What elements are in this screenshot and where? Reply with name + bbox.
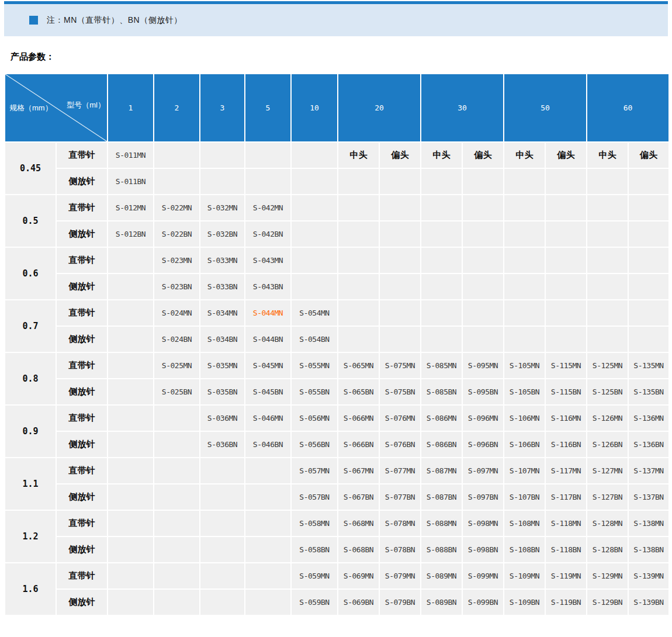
table-row-1.1-bn: 侧放针S-057BNS-067BNS-077BNS-087BNS-097BNS-…	[5, 484, 669, 510]
model-cell: S-054BN	[291, 326, 338, 352]
model-cell: S-011MN	[108, 142, 154, 168]
empty-cell	[545, 221, 587, 247]
empty-cell	[108, 247, 154, 274]
model-cell: S-097MN	[462, 458, 504, 484]
model-cell: S-011BN	[108, 168, 154, 195]
empty-cell	[108, 563, 154, 589]
empty-cell	[200, 510, 245, 536]
empty-cell	[504, 274, 545, 300]
model-cell: S-022BN	[154, 221, 200, 247]
needle-type-label: 侧放针	[56, 168, 108, 195]
model-cell: S-117MN	[545, 458, 587, 484]
needle-type-label: 直带针	[56, 405, 108, 431]
table-row-0.9-mn: 0.9直带针S-036MNS-046MNS-056MNS-066MNS-076M…	[5, 405, 669, 431]
needle-type-label: 直带针	[56, 563, 108, 589]
empty-cell	[462, 300, 504, 326]
volume-header-3: 3	[200, 74, 245, 142]
empty-cell	[545, 326, 587, 352]
model-cell: S-046BN	[245, 431, 291, 458]
volume-header-5: 5	[245, 74, 291, 142]
model-cell: S-024MN	[154, 300, 200, 326]
model-cell: S-099MN	[462, 563, 504, 589]
model-cell: S-135BN	[628, 379, 669, 405]
model-cell: S-077BN	[379, 484, 421, 510]
empty-cell	[462, 247, 504, 274]
model-cell: S-023BN	[154, 274, 200, 300]
model-cell: S-108BN	[504, 536, 545, 563]
spec-cell: 0.45	[5, 142, 56, 195]
model-cell: S-055MN	[291, 352, 338, 379]
empty-cell	[154, 431, 200, 458]
note-band: 注：MN（直带针）、BN（侧放针）	[4, 4, 668, 36]
empty-cell	[421, 195, 462, 221]
model-cell: S-058MN	[291, 510, 338, 536]
empty-cell	[379, 326, 421, 352]
needle-type-label: 直带针	[56, 300, 108, 326]
model-cell: S-107BN	[504, 484, 545, 510]
model-cell: S-066MN	[338, 405, 379, 431]
spec-cell: 1.6	[5, 563, 56, 615]
model-cell: S-034BN	[200, 326, 245, 352]
model-cell: S-128BN	[587, 536, 628, 563]
empty-cell	[154, 589, 200, 615]
volume-header-1: 1	[108, 74, 154, 142]
empty-cell	[154, 458, 200, 484]
model-cell: S-067MN	[338, 458, 379, 484]
model-cell: S-117BN	[545, 484, 587, 510]
empty-cell	[291, 221, 338, 247]
model-cell: S-032MN	[200, 195, 245, 221]
empty-cell	[587, 326, 628, 352]
empty-cell	[628, 168, 669, 195]
empty-cell	[338, 300, 379, 326]
volume-header-10: 10	[291, 74, 338, 142]
table-row-0.6-mn: 0.6直带针S-023MNS-033MNS-043MN	[5, 247, 669, 274]
model-cell: S-054MN	[291, 300, 338, 326]
model-cell: S-087BN	[421, 484, 462, 510]
empty-cell	[245, 563, 291, 589]
model-cell: S-078BN	[379, 536, 421, 563]
model-cell: S-086MN	[421, 405, 462, 431]
empty-cell	[504, 168, 545, 195]
model-cell: S-107MN	[504, 458, 545, 484]
model-cell: S-138BN	[628, 536, 669, 563]
empty-cell	[628, 221, 669, 247]
model-cell: S-068BN	[338, 536, 379, 563]
volume-header-30: 30	[421, 74, 504, 142]
needle-type-label: 直带针	[56, 142, 108, 168]
model-cell: S-106BN	[504, 431, 545, 458]
volume-header-50: 50	[504, 74, 587, 142]
empty-cell	[587, 221, 628, 247]
empty-cell	[245, 142, 291, 168]
model-cell: S-024BN	[154, 326, 200, 352]
subheader-cell: 偏头	[462, 142, 504, 168]
model-cell: S-068MN	[338, 510, 379, 536]
model-cell: S-075MN	[379, 352, 421, 379]
empty-cell	[545, 300, 587, 326]
model-cell: S-066BN	[338, 431, 379, 458]
empty-cell	[379, 168, 421, 195]
model-cell: S-036BN	[200, 431, 245, 458]
empty-cell	[245, 510, 291, 536]
empty-cell	[338, 326, 379, 352]
model-cell: S-097BN	[462, 484, 504, 510]
empty-cell	[421, 221, 462, 247]
empty-cell	[587, 195, 628, 221]
model-cell: S-044BN	[245, 326, 291, 352]
model-cell: S-098BN	[462, 536, 504, 563]
subheader-cell: 偏头	[628, 142, 669, 168]
model-cell: S-126BN	[587, 431, 628, 458]
empty-cell	[338, 274, 379, 300]
empty-cell	[379, 247, 421, 274]
empty-cell	[154, 405, 200, 431]
empty-cell	[108, 379, 154, 405]
model-cell: S-025MN	[154, 352, 200, 379]
empty-cell	[291, 168, 338, 195]
table-row-0.45-bn: 侧放针S-011BN	[5, 168, 669, 195]
needle-type-label: 直带针	[56, 510, 108, 536]
empty-cell	[545, 195, 587, 221]
empty-cell	[108, 405, 154, 431]
empty-cell	[245, 589, 291, 615]
empty-cell	[200, 168, 245, 195]
empty-cell	[379, 300, 421, 326]
table-row-1.6-bn: 侧放针S-059BNS-069BNS-079BNS-089BNS-099BNS-…	[5, 589, 669, 615]
